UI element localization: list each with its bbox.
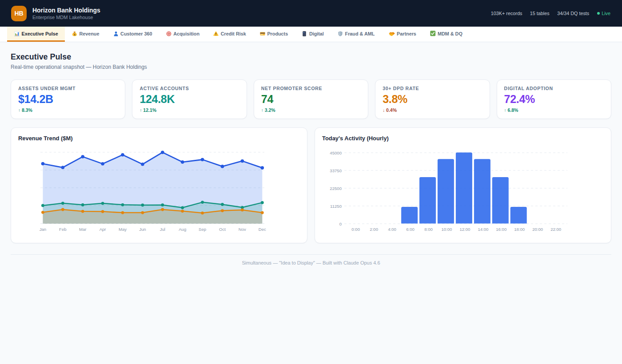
svg-text:33750: 33750 — [330, 168, 342, 173]
svg-text:Nov: Nov — [239, 227, 246, 232]
svg-text:8:00: 8:00 — [424, 227, 433, 232]
svg-text:2:00: 2:00 — [370, 227, 378, 232]
svg-text:Jul: Jul — [160, 227, 165, 232]
svg-text:0:00: 0:00 — [351, 227, 360, 232]
svg-text:16:00: 16:00 — [496, 227, 506, 232]
svg-text:0: 0 — [339, 222, 342, 226]
svg-text:Jan: Jan — [40, 227, 46, 232]
svg-text:May: May — [119, 227, 127, 232]
svg-text:6:00: 6:00 — [406, 227, 415, 232]
svg-text:Apr: Apr — [100, 227, 107, 232]
svg-text:Aug: Aug — [179, 227, 186, 232]
svg-text:Oct: Oct — [219, 227, 226, 232]
svg-text:Dec: Dec — [259, 227, 266, 232]
svg-text:4:00: 4:00 — [388, 227, 396, 232]
svg-text:18:00: 18:00 — [514, 227, 525, 232]
svg-text:Sep: Sep — [199, 227, 206, 232]
svg-text:12:00: 12:00 — [459, 227, 470, 232]
svg-text:Mar: Mar — [79, 227, 87, 232]
svg-text:22500: 22500 — [330, 186, 342, 191]
svg-text:Jun: Jun — [139, 227, 146, 232]
svg-text:11250: 11250 — [330, 204, 342, 209]
svg-text:45000: 45000 — [330, 150, 342, 155]
svg-text:Feb: Feb — [59, 227, 67, 232]
svg-text:14:00: 14:00 — [478, 227, 488, 232]
svg-text:10:00: 10:00 — [441, 227, 452, 232]
svg-text:22:00: 22:00 — [550, 227, 561, 232]
svg-text:20:00: 20:00 — [532, 227, 543, 232]
